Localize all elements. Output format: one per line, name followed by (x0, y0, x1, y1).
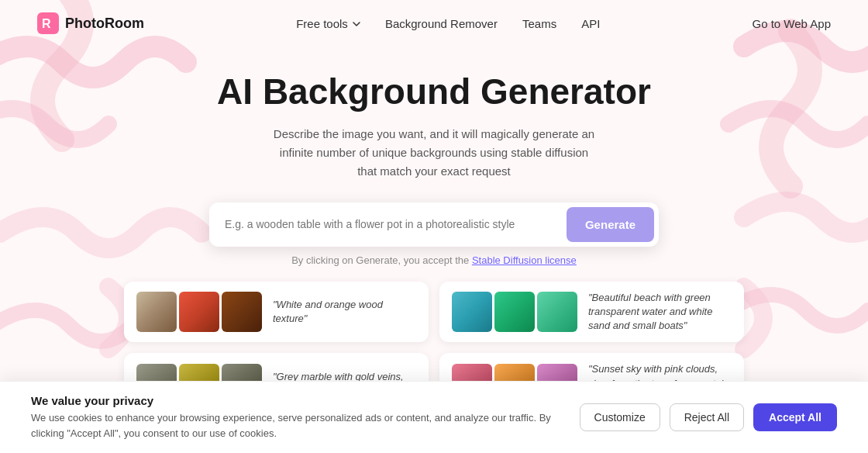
search-box: Generate (209, 202, 659, 247)
hero-subtitle: Describe the image you want, and it will… (271, 125, 597, 181)
customize-button[interactable]: Customize (580, 403, 660, 431)
card-images-beach (452, 292, 577, 332)
cookie-banner: We value your privacy We use cookies to … (0, 381, 868, 453)
license-notice: By clicking on Generate, you accept the … (0, 254, 868, 266)
card-beach[interactable]: "Beautiful beach with green transparent … (439, 282, 744, 343)
card-quote-beach: "Beautiful beach with green transparent … (588, 291, 732, 334)
cookie-description: We use cookies to enhance your browsing … (31, 410, 574, 441)
nav-links: Free tools Background Remover Teams API (296, 17, 600, 30)
wood-image-3 (222, 292, 262, 332)
cookie-title: We value your privacy (31, 394, 574, 407)
hero-title: AI Background Generator (16, 71, 852, 112)
beach-image-3 (537, 292, 577, 332)
cookie-text-area: We value your privacy We use cookies to … (31, 394, 574, 441)
accept-all-button[interactable]: Accept All (753, 403, 837, 431)
nav-item-background-remover[interactable]: Background Remover (385, 17, 498, 30)
logo-text: PhotoRoom (65, 16, 144, 32)
nav-item-teams[interactable]: Teams (522, 17, 556, 30)
navbar: R PhotoRoom Free tools Background Remove… (0, 0, 868, 47)
card-quote-wood: "White and orange wood texture" (273, 298, 416, 326)
nav-item-api[interactable]: API (581, 17, 600, 30)
reject-all-button[interactable]: Reject All (670, 403, 744, 431)
nav-item-free-tools[interactable]: Free tools (296, 17, 360, 30)
card-wood-texture[interactable]: "White and orange wood texture" (124, 282, 429, 343)
beach-image-2 (494, 292, 535, 332)
wood-image-2 (179, 292, 219, 332)
generate-button[interactable]: Generate (567, 207, 654, 242)
prompt-input[interactable] (209, 206, 562, 243)
beach-image-1 (452, 292, 492, 332)
cookie-actions: Customize Reject All Accept All (580, 403, 837, 431)
stable-diffusion-license-link[interactable]: Stable Diffusion license (472, 254, 577, 266)
logo[interactable]: R PhotoRoom (37, 12, 144, 34)
go-to-webapp-button[interactable]: Go to Web App (753, 17, 831, 30)
hero-section: AI Background Generator Describe the ima… (0, 47, 868, 181)
search-container: Generate (0, 202, 868, 247)
svg-text:R: R (42, 17, 51, 30)
wood-image-1 (136, 292, 177, 332)
chevron-down-icon (353, 22, 360, 26)
logo-icon: R (37, 12, 59, 34)
card-images-wood (136, 292, 262, 332)
